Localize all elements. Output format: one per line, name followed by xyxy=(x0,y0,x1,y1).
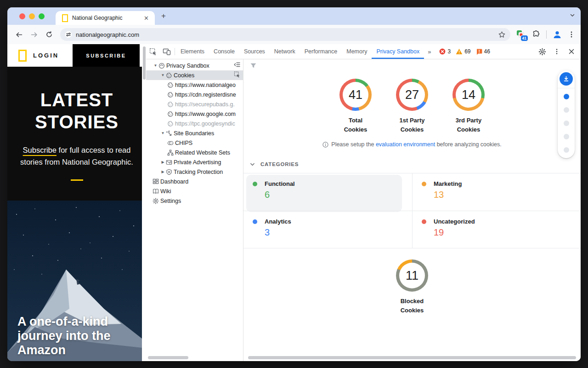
chips-icon xyxy=(167,140,175,146)
story-headline[interactable]: A one-of-a-kind journey into the Amazon xyxy=(17,315,132,357)
categories-header[interactable]: CATEGORIES xyxy=(250,161,581,167)
back-button[interactable] xyxy=(13,29,25,40)
category-dot xyxy=(253,182,257,186)
private-advertising-icon xyxy=(166,159,174,166)
forward-button[interactable] xyxy=(28,29,40,40)
tree-item-wiki[interactable]: Wiki xyxy=(146,186,243,196)
tree-item-chips[interactable]: CHIPS xyxy=(146,138,243,148)
minimize-window-button[interactable] xyxy=(29,13,35,19)
latest-stories-hero: LATESTSTORIES Subscribe for full access … xyxy=(7,67,146,201)
issues-badge[interactable]: 46 xyxy=(476,48,490,55)
subscribe-text-link[interactable]: Subscribe xyxy=(23,146,57,154)
devtools-tab-network[interactable]: Network xyxy=(270,44,300,59)
inspect-element-icon[interactable] xyxy=(146,44,160,59)
tab-close-icon[interactable]: ✕ xyxy=(142,15,150,22)
collapse-panel-icon[interactable] xyxy=(234,62,241,68)
donut-value: 27 xyxy=(399,82,425,108)
natgeo-page: LOGIN SUBSCRIBE LATESTSTORIES Subscribe … xyxy=(7,44,146,361)
site-settings-icon[interactable] xyxy=(65,31,72,38)
tree-item-related-website-sets[interactable]: Related Website Sets xyxy=(146,148,243,157)
cookie-icon xyxy=(167,121,175,127)
collapse-arrow-icon[interactable]: ▶ xyxy=(160,170,166,174)
page-dot-4[interactable] xyxy=(564,134,569,139)
devtools-tab-sources[interactable]: Sources xyxy=(239,44,270,59)
tree-item-privacy-sandbox[interactable]: ▼Privacy Sandbox xyxy=(146,61,243,70)
close-window-button[interactable] xyxy=(19,13,25,19)
devtools-tab-memory[interactable]: Memory xyxy=(342,44,372,59)
tree-item-https-tpc-googlesyndic[interactable]: https://tpc.googlesyndic xyxy=(146,119,243,128)
tree-item-tracking-protection[interactable]: ▶Tracking Protection xyxy=(146,167,243,177)
tree-item-https-www-google-com[interactable]: https://www.google.com xyxy=(146,109,243,119)
warnings-badge[interactable]: 69 xyxy=(456,48,470,55)
story-card-photo[interactable]: A one-of-a-kind journey into the Amazon xyxy=(7,201,142,361)
category-card-analytics[interactable]: Analytics3 xyxy=(243,211,412,248)
category-count: 3 xyxy=(265,227,403,238)
devtools-tab-elements[interactable]: Elements xyxy=(176,44,209,59)
zoom-window-button[interactable] xyxy=(39,13,45,19)
more-tabs-button[interactable]: » xyxy=(424,48,435,55)
category-card-functional[interactable]: Functional6 xyxy=(243,173,412,211)
profile-avatar[interactable] xyxy=(552,29,562,40)
evaluation-environment-link[interactable]: evaluation environment xyxy=(376,141,435,148)
tree-item-https-www-nationalgeo[interactable]: https://www.nationalgeo xyxy=(146,80,243,90)
main-horizontal-scrollbar-thumb[interactable] xyxy=(248,356,576,359)
categories-grid: Functional6Marketing13Analytics3Uncatego… xyxy=(243,173,581,248)
tree-horizontal-scrollbar-thumb[interactable] xyxy=(148,356,188,359)
tree-item-https-securepubads-g[interactable]: https://securepubads.g. xyxy=(146,99,243,109)
browser-tab[interactable]: National Geographic ✕ xyxy=(56,11,155,25)
toolbar-divider xyxy=(546,30,547,39)
filter-funnel-icon[interactable] xyxy=(250,62,257,69)
reload-button[interactable] xyxy=(43,29,55,40)
blocked-cookies-chart: 11BlockedCookies xyxy=(243,259,581,315)
tree-item-dashboard[interactable]: Dashboard xyxy=(146,177,243,186)
new-tab-button[interactable]: + xyxy=(161,12,166,21)
subscribe-button[interactable]: SUBSCRIBE xyxy=(73,44,140,67)
device-toolbar-icon[interactable] xyxy=(160,44,174,59)
natgeo-favicon xyxy=(62,14,68,22)
tab-search-chevron-icon[interactable] xyxy=(570,12,575,18)
expand-arrow-icon[interactable]: ▼ xyxy=(160,73,166,77)
page-dot-1-active[interactable] xyxy=(564,94,569,99)
tree-item-site-boundaries[interactable]: ▼Site Boundaries xyxy=(146,128,243,138)
inspect-icon[interactable] xyxy=(234,71,241,78)
address-bar[interactable]: nationalgeographic.com xyxy=(60,28,510,41)
browser-menu-kebab-icon[interactable] xyxy=(568,31,575,38)
devtools-close-icon[interactable] xyxy=(565,44,578,59)
category-name: Uncategorized xyxy=(434,218,475,225)
dashboard-icon xyxy=(153,178,160,185)
donut-value: 41 xyxy=(343,82,368,108)
page-dot-5[interactable] xyxy=(564,147,569,153)
site-scrollbar[interactable] xyxy=(142,44,146,361)
tree-item-https-cdn-registerdisne[interactable]: https://cdn.registerdisne xyxy=(146,90,243,99)
devtools-settings-gear-icon[interactable] xyxy=(536,44,548,59)
category-card-uncategorized[interactable]: Uncategorized19 xyxy=(412,211,581,248)
category-card-marketing[interactable]: Marketing13 xyxy=(412,173,581,211)
collapse-arrow-icon[interactable]: ▶ xyxy=(160,160,166,164)
page-dot-2[interactable] xyxy=(564,107,569,113)
devtools-tab-performance[interactable]: Performance xyxy=(300,44,342,59)
devtools-tab-console[interactable]: Console xyxy=(209,44,239,59)
natgeo-logo[interactable] xyxy=(18,50,27,62)
devtools-menu-kebab-icon[interactable] xyxy=(550,44,563,59)
cookie-icon xyxy=(167,92,175,98)
tree-item-cookies[interactable]: ▼Cookies xyxy=(146,70,243,80)
psat-extension-icon[interactable]: 41 xyxy=(516,29,526,40)
bookmark-star-icon[interactable] xyxy=(498,31,506,39)
login-link[interactable]: LOGIN xyxy=(33,52,59,59)
tree-item-private-advertising[interactable]: ▶Private Advertising xyxy=(146,157,243,167)
page-dot-3[interactable] xyxy=(564,121,569,126)
category-name: Functional xyxy=(265,180,295,187)
cookies-overview-charts: 41TotalCookies271st PartyCookies143rd Pa… xyxy=(243,79,581,134)
devtools-tab-privacy-sandbox[interactable]: Privacy Sandbox xyxy=(372,44,424,59)
download-report-button[interactable] xyxy=(560,72,573,86)
errors-badge[interactable]: 3 xyxy=(439,48,451,55)
extensions-puzzle-icon[interactable] xyxy=(531,30,541,39)
donut-label: TotalCookies xyxy=(344,116,368,134)
site-scrollbar-thumb[interactable] xyxy=(143,46,146,80)
tree-item-settings[interactable]: Settings xyxy=(146,196,243,206)
hero-subtext: Subscribe for full access to read storie… xyxy=(17,144,137,168)
expand-arrow-icon[interactable]: ▼ xyxy=(153,63,158,68)
donut-total-cookies: 41TotalCookies xyxy=(328,79,384,134)
expand-arrow-icon[interactable]: ▼ xyxy=(160,131,166,135)
url-text[interactable]: nationalgeographic.com xyxy=(76,31,498,38)
